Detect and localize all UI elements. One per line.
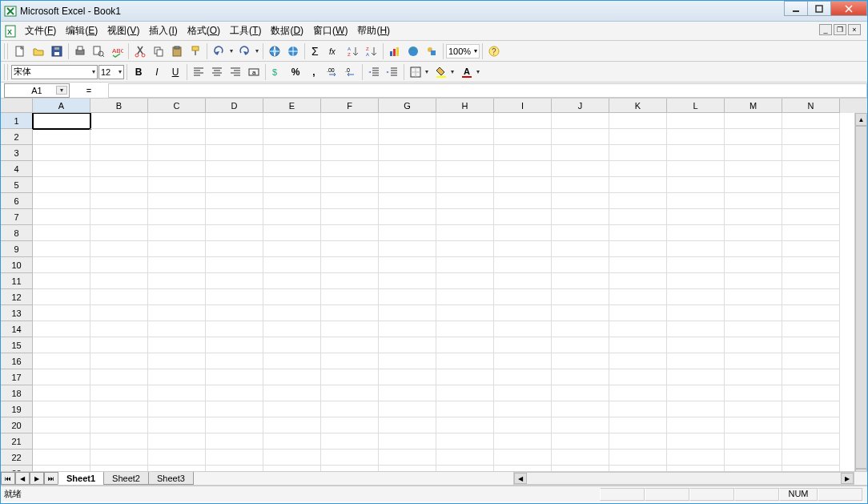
cell-H13[interactable] — [436, 305, 494, 321]
cell-B18[interactable] — [90, 385, 148, 401]
cell-L2[interactable] — [667, 129, 725, 145]
row-header-1[interactable]: 1 — [1, 113, 33, 129]
cell-D20[interactable] — [206, 417, 263, 433]
cell-H15[interactable] — [436, 337, 494, 353]
cell-G14[interactable] — [379, 321, 436, 337]
cell-H4[interactable] — [436, 161, 494, 177]
cell-N3[interactable] — [782, 145, 840, 161]
cell-F14[interactable] — [321, 321, 379, 337]
cell-I13[interactable] — [494, 305, 552, 321]
cell-N17[interactable] — [782, 369, 840, 385]
cell-B5[interactable] — [90, 177, 148, 193]
cell-G17[interactable] — [379, 369, 436, 385]
sort-asc-icon[interactable]: AZ — [344, 42, 362, 60]
cell-I21[interactable] — [494, 433, 552, 450]
cell-F16[interactable] — [321, 353, 379, 369]
cell-M3[interactable] — [725, 145, 782, 161]
cell-I17[interactable] — [494, 369, 552, 385]
increase-indent-icon[interactable] — [384, 63, 401, 81]
row-header-3[interactable]: 3 — [1, 145, 33, 161]
cell-F3[interactable] — [321, 145, 379, 161]
cell-I8[interactable] — [494, 225, 552, 241]
cell-D2[interactable] — [206, 129, 263, 145]
cell-M9[interactable] — [725, 241, 782, 257]
cell-N21[interactable] — [782, 433, 840, 450]
cell-G11[interactable] — [379, 273, 436, 289]
cell-C20[interactable] — [148, 417, 206, 433]
cell-B4[interactable] — [90, 161, 148, 177]
cell-K9[interactable] — [609, 241, 667, 257]
cell-N7[interactable] — [782, 209, 840, 225]
cell-J4[interactable] — [552, 161, 609, 177]
comma-icon[interactable]: , — [305, 63, 323, 81]
cell-D15[interactable] — [206, 337, 263, 353]
cell-J8[interactable] — [552, 225, 609, 241]
cell-E18[interactable] — [263, 385, 321, 401]
cell-M13[interactable] — [725, 305, 782, 321]
cell-M12[interactable] — [725, 289, 782, 305]
cell-I23[interactable] — [494, 466, 552, 471]
cell-E5[interactable] — [263, 177, 321, 193]
copy-icon[interactable] — [150, 42, 167, 60]
cell-I19[interactable] — [494, 401, 552, 417]
cell-D10[interactable] — [206, 257, 263, 273]
cell-N15[interactable] — [782, 337, 840, 353]
hscroll-track[interactable] — [527, 473, 841, 484]
cell-J18[interactable] — [552, 385, 609, 401]
cell-F15[interactable] — [321, 337, 379, 353]
cell-D5[interactable] — [206, 177, 263, 193]
cell-C23[interactable] — [148, 466, 206, 471]
cell-H21[interactable] — [436, 433, 494, 450]
cell-A22[interactable] — [33, 450, 90, 466]
map-icon[interactable] — [404, 42, 422, 60]
cell-C9[interactable] — [148, 241, 206, 257]
cell-C1[interactable] — [148, 113, 206, 129]
align-left-icon[interactable] — [190, 63, 207, 81]
save-icon[interactable] — [48, 42, 66, 60]
column-header-G[interactable]: G — [379, 99, 436, 113]
cell-B11[interactable] — [90, 273, 148, 289]
cell-G5[interactable] — [379, 177, 436, 193]
cell-I3[interactable] — [494, 145, 552, 161]
minimize-button[interactable] — [784, 1, 808, 16]
cell-E14[interactable] — [263, 321, 321, 337]
cell-M1[interactable] — [725, 113, 782, 129]
underline-button[interactable]: U — [167, 63, 184, 81]
row-header-2[interactable]: 2 — [1, 129, 33, 145]
cell-K11[interactable] — [609, 273, 667, 289]
maximize-button[interactable] — [807, 1, 831, 16]
percent-icon[interactable]: % — [287, 63, 304, 81]
cell-N19[interactable] — [782, 401, 840, 417]
cell-J17[interactable] — [552, 369, 609, 385]
cell-N2[interactable] — [782, 129, 840, 145]
cell-I12[interactable] — [494, 289, 552, 305]
cell-A10[interactable] — [33, 257, 90, 273]
cell-M17[interactable] — [725, 369, 782, 385]
cell-I2[interactable] — [494, 129, 552, 145]
cell-C5[interactable] — [148, 177, 206, 193]
cell-H14[interactable] — [436, 321, 494, 337]
row-header-6[interactable]: 6 — [1, 193, 33, 209]
cell-H20[interactable] — [436, 417, 494, 433]
cell-E10[interactable] — [263, 257, 321, 273]
cell-G22[interactable] — [379, 450, 436, 466]
undo-icon[interactable] — [210, 42, 227, 60]
cell-G23[interactable] — [379, 466, 436, 471]
cell-L11[interactable] — [667, 273, 725, 289]
cell-F18[interactable] — [321, 385, 379, 401]
row-header-15[interactable]: 15 — [1, 337, 33, 353]
cell-D16[interactable] — [206, 353, 263, 369]
cell-A7[interactable] — [33, 209, 90, 225]
sheet-tab-sheet1[interactable]: Sheet1 — [58, 472, 104, 485]
cell-G15[interactable] — [379, 337, 436, 353]
tab-prev-button[interactable]: ◀ — [15, 472, 30, 485]
cell-A18[interactable] — [33, 385, 90, 401]
cell-H12[interactable] — [436, 289, 494, 305]
cell-A19[interactable] — [33, 401, 90, 417]
cell-F20[interactable] — [321, 417, 379, 433]
cell-F11[interactable] — [321, 273, 379, 289]
cell-D21[interactable] — [206, 433, 263, 450]
cell-L4[interactable] — [667, 161, 725, 177]
cell-C13[interactable] — [148, 305, 206, 321]
cell-K7[interactable] — [609, 209, 667, 225]
